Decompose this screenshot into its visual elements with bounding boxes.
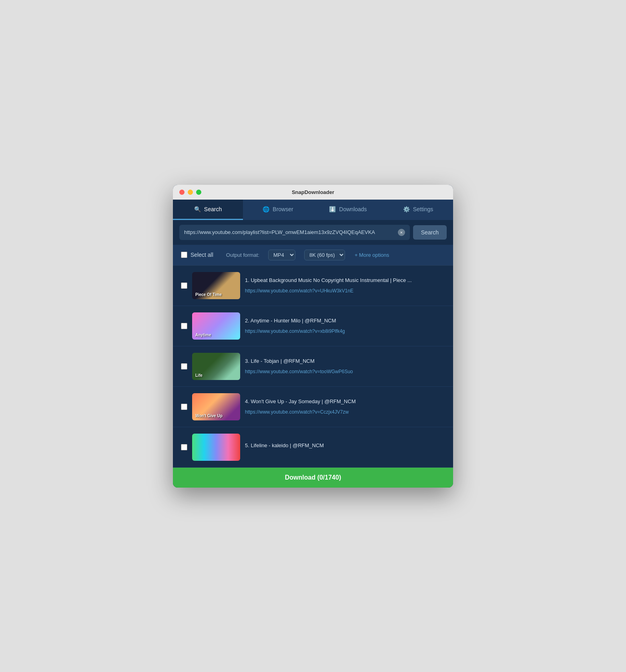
tab-settings[interactable]: ⚙️ Settings (383, 200, 453, 220)
item-info-5: 5. Lifeline - kaleido | @RFM_NCM (245, 442, 445, 452)
list-item: 5. Lifeline - kaleido | @RFM_NCM (173, 427, 453, 468)
list-item: Life 3. Life - Tobjan | @RFM_NCM https:/… (173, 346, 453, 387)
url-input[interactable] (184, 229, 395, 235)
maximize-button[interactable] (196, 190, 201, 195)
tab-search[interactable]: 🔍 Search (173, 200, 243, 220)
item-url-3[interactable]: https://www.youtube.com/watch?v=tooWGwP6… (245, 369, 353, 374)
item-checkbox-3[interactable] (181, 363, 187, 370)
playlist: Piece Of Time 1. Upbeat Background Music… (173, 266, 453, 468)
list-item: Anytime 2. Anytime - Hunter Milo | @RFM_… (173, 306, 453, 346)
toolbar: Select all Output format: MP4 MP3 MOV AV… (173, 245, 453, 266)
more-options-button[interactable]: + More options (355, 252, 389, 258)
window-title: SnapDownloader (292, 189, 334, 195)
item-title-2: 2. Anytime - Hunter Milo | @RFM_NCM (245, 317, 445, 324)
close-button[interactable] (179, 190, 185, 195)
quality-select[interactable]: 8K (60 fps) 4K (60 fps) 1080p 720p (304, 250, 345, 260)
item-title-3: 3. Life - Tobjan | @RFM_NCM (245, 358, 445, 365)
thumb-label-1: Piece Of Time (195, 292, 222, 297)
item-info-4: 4. Won't Give Up - Jay Someday | @RFM_NC… (245, 398, 445, 415)
download-button-label: Download (0/1740) (285, 474, 341, 481)
app-window: SnapDownloader 🔍 Search 🌐 Browser ⬇️ Dow… (173, 185, 453, 488)
item-title-4: 4. Won't Give Up - Jay Someday | @RFM_NC… (245, 398, 445, 405)
item-info-3: 3. Life - Tobjan | @RFM_NCM https://www.… (245, 358, 445, 374)
item-title-5: 5. Lifeline - kaleido | @RFM_NCM (245, 442, 445, 449)
item-checkbox-2[interactable] (181, 323, 187, 329)
item-checkbox-1[interactable] (181, 282, 187, 289)
minimize-button[interactable] (188, 190, 193, 195)
tab-bar: 🔍 Search 🌐 Browser ⬇️ Downloads ⚙️ Setti… (173, 200, 453, 220)
tab-search-label: Search (204, 206, 222, 212)
downloads-tab-icon: ⬇️ (329, 206, 336, 212)
item-info-2: 2. Anytime - Hunter Milo | @RFM_NCM http… (245, 317, 445, 334)
select-all-checkbox[interactable] (181, 252, 187, 258)
download-bar[interactable]: Download (0/1740) (173, 468, 453, 488)
settings-tab-icon: ⚙️ (403, 206, 410, 212)
tab-downloads-label: Downloads (339, 206, 367, 212)
thumb-label-3: Life (195, 373, 203, 378)
browser-tab-icon: 🌐 (263, 206, 269, 212)
titlebar: SnapDownloader (173, 185, 453, 200)
item-checkbox-4[interactable] (181, 404, 187, 410)
list-item: Won't Give Up 4. Won't Give Up - Jay Som… (173, 387, 453, 427)
select-all-label: Select all (191, 252, 213, 258)
item-url-4[interactable]: https://www.youtube.com/watch?v=Cczjx4JV… (245, 409, 349, 415)
thumb-label-4: Won't Give Up (195, 414, 223, 418)
url-input-container: × (179, 225, 410, 240)
thumbnail-4: Won't Give Up (192, 393, 240, 420)
thumbnail-3: Life (192, 353, 240, 380)
item-title-1: 1. Upbeat Background Music No Copyright … (245, 277, 445, 284)
select-all-container: Select all (181, 252, 213, 258)
item-url-2[interactable]: https://www.youtube.com/watch?v=xb8i9Plf… (245, 328, 345, 334)
list-item: Piece Of Time 1. Upbeat Background Music… (173, 266, 453, 306)
item-url-1[interactable]: https://www.youtube.com/watch?v=UHkuW3kV… (245, 288, 353, 294)
item-checkbox-5[interactable] (181, 444, 187, 450)
tab-browser-label: Browser (273, 206, 293, 212)
search-bar: × Search (173, 220, 453, 245)
search-tab-icon: 🔍 (194, 206, 201, 212)
tab-downloads[interactable]: ⬇️ Downloads (313, 200, 383, 220)
tab-settings-label: Settings (413, 206, 433, 212)
format-select[interactable]: MP4 MP3 MOV AVI (268, 250, 295, 260)
thumbnail-1: Piece Of Time (192, 272, 240, 299)
thumbnail-5 (192, 434, 240, 461)
output-format-label: Output format: (226, 252, 259, 258)
clear-url-button[interactable]: × (398, 229, 405, 236)
thumbnail-2: Anytime (192, 312, 240, 340)
search-button[interactable]: Search (413, 225, 447, 240)
item-info-1: 1. Upbeat Background Music No Copyright … (245, 277, 445, 294)
thumb-label-2: Anytime (195, 333, 211, 337)
tab-browser[interactable]: 🌐 Browser (243, 200, 313, 220)
